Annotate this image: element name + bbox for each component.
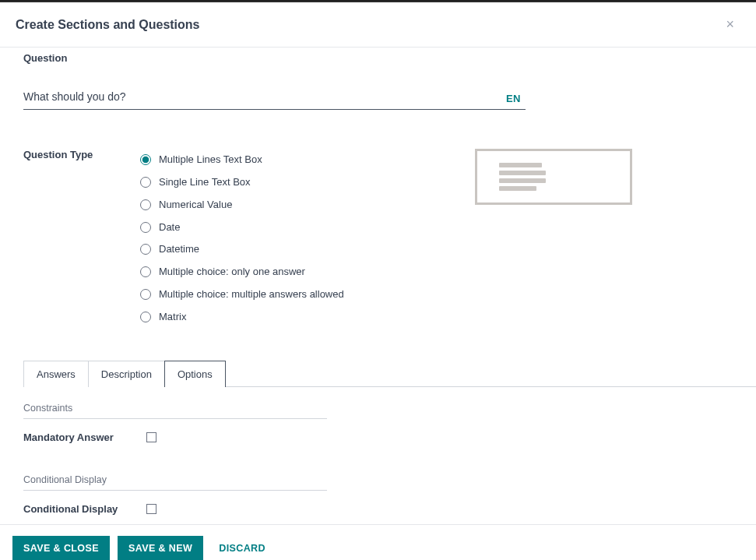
question-type-option[interactable]: Matrix (140, 306, 436, 329)
save-and-close-button[interactable]: SAVE & CLOSE (12, 536, 110, 560)
question-type-option-label: Date (159, 220, 180, 235)
modal-footer: SAVE & CLOSE SAVE & NEW DISCARD (0, 525, 756, 560)
modal-body: Question EN Question Type Multiple Lines… (0, 48, 756, 525)
conditional-display-title: Conditional Display (23, 474, 740, 485)
question-type-radio-list: Multiple Lines Text BoxSingle Line Text … (140, 149, 436, 329)
tab-answers[interactable]: Answers (23, 361, 89, 387)
radio-icon (140, 244, 151, 255)
question-type-option-label: Multiple Lines Text Box (159, 153, 262, 167)
question-type-preview (475, 149, 632, 205)
mandatory-answer-checkbox[interactable] (146, 432, 156, 442)
mandatory-answer-label: Mandatory Answer (23, 431, 140, 443)
modal-body-scroll[interactable]: Question EN Question Type Multiple Lines… (0, 47, 756, 525)
modal-title: Create Sections and Questions (16, 18, 200, 32)
tab-options[interactable]: Options (164, 361, 226, 387)
question-type-option[interactable]: Numerical Value (140, 194, 436, 217)
multiline-preview-icon (499, 163, 546, 191)
conditional-display-label: Conditional Display (23, 503, 140, 515)
question-input-row: EN (23, 87, 526, 110)
question-input[interactable] (23, 87, 495, 106)
question-type-section: Question Type Multiple Lines Text BoxSin… (23, 149, 740, 329)
detail-tabs: AnswersDescriptionOptions (23, 360, 756, 387)
modal-header: Create Sections and Questions × (0, 2, 756, 47)
radio-icon (140, 266, 151, 277)
question-type-option[interactable]: Single Line Text Box (140, 171, 436, 194)
radio-icon (140, 289, 151, 300)
language-badge[interactable]: EN (501, 91, 526, 106)
options-pane: Constraints Mandatory Answer Conditional… (23, 387, 740, 515)
question-type-option[interactable]: Datetime (140, 238, 436, 261)
question-type-option-label: Multiple choice: only one answer (159, 265, 305, 280)
radio-icon (140, 312, 151, 322)
question-type-option[interactable]: Multiple Lines Text Box (140, 149, 436, 171)
radio-icon (140, 177, 151, 188)
question-type-option-label: Numerical Value (159, 198, 232, 213)
section-divider (23, 490, 327, 491)
section-divider (23, 418, 327, 419)
question-type-option[interactable]: Date (140, 217, 436, 239)
radio-icon (140, 199, 151, 210)
question-type-option-label: Single Line Text Box (159, 175, 251, 190)
conditional-display-row: Conditional Display (23, 503, 740, 515)
discard-button[interactable]: DISCARD (211, 536, 273, 560)
question-type-label: Question Type (23, 149, 140, 160)
constraints-title: Constraints (23, 403, 740, 414)
question-type-option[interactable]: Multiple choice: multiple answers allowe… (140, 284, 436, 306)
conditional-display-checkbox[interactable] (146, 504, 156, 514)
close-icon[interactable]: × (719, 13, 740, 36)
radio-icon (140, 222, 151, 233)
question-type-option[interactable]: Multiple choice: only one answer (140, 261, 436, 284)
question-type-option-label: Datetime (159, 242, 199, 257)
question-label: Question (23, 52, 740, 64)
question-type-option-label: Matrix (159, 310, 186, 325)
save-and-new-button[interactable]: SAVE & NEW (118, 536, 203, 560)
question-type-option-label: Multiple choice: multiple answers allowe… (159, 287, 344, 302)
mandatory-answer-row: Mandatory Answer (23, 431, 740, 443)
tab-description[interactable]: Description (88, 361, 165, 387)
radio-icon (140, 154, 151, 165)
